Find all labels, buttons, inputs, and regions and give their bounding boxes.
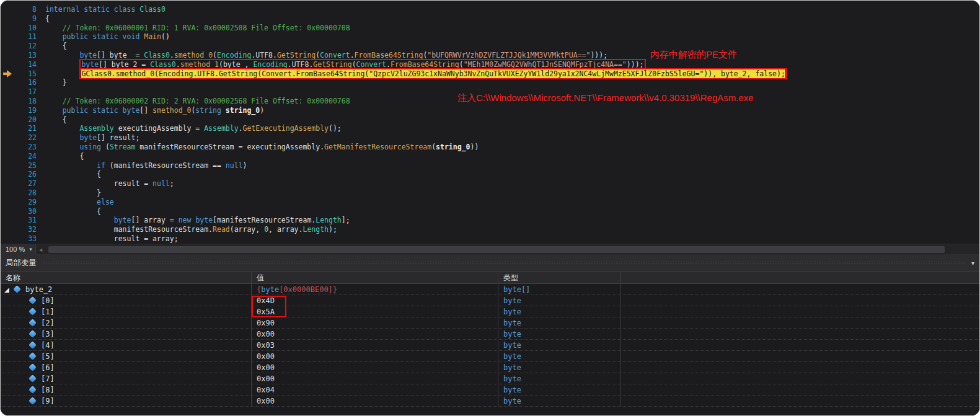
code-line[interactable]: 9{ (1, 14, 979, 24)
code-line[interactable]: 19 public static byte[] smethod_0(string… (1, 106, 979, 115)
locals-row[interactable]: byte_2{byte[0x0000BE00]}byte[] (1, 284, 979, 295)
locals-value-cell[interactable]: 0x00 (252, 329, 498, 339)
line-number[interactable]: 14 (1, 60, 40, 69)
column-header-type[interactable]: 类型 (498, 272, 620, 283)
code-line[interactable]: 26 { (1, 170, 979, 179)
code-line[interactable]: 33 result = array; (1, 234, 979, 244)
line-number[interactable]: 23 (1, 143, 40, 152)
locals-type-cell[interactable]: byte (498, 317, 620, 328)
line-number[interactable]: 32 (1, 225, 40, 234)
scroll-left-icon[interactable]: ◂ (36, 246, 46, 253)
line-number[interactable]: 20 (1, 115, 40, 125)
locals-value-cell[interactable]: 0x4D (252, 295, 498, 306)
code-line[interactable]: 28 } (1, 188, 979, 198)
line-number[interactable]: 18 (1, 97, 40, 106)
locals-value-cell[interactable]: 0x04 (252, 384, 498, 395)
line-number[interactable]: 16 (1, 78, 40, 87)
line-number[interactable]: 22 (1, 133, 40, 143)
code-line[interactable]: 21 Assembly executingAssembly = Assembly… (1, 124, 979, 133)
code-line[interactable]: 32 manifestResourceStream.Read(array, 0,… (1, 225, 979, 234)
chevron-down-icon[interactable]: ▾ (971, 260, 974, 267)
line-number[interactable]: 10 (1, 24, 40, 33)
code-line[interactable]: 25 if (manifestResourceStream == null) (1, 161, 979, 170)
code-line[interactable]: 22 byte[] result; (1, 133, 979, 143)
locals-row[interactable]: [3]0x00byte (1, 329, 979, 340)
line-number[interactable]: 21 (1, 124, 40, 133)
code-line[interactable]: 30 { (1, 207, 979, 216)
locals-row[interactable]: [4]0x03byte (1, 340, 979, 351)
locals-name-cell[interactable]: [6] (1, 362, 252, 373)
code-editor[interactable]: 8internal static class Class09{10 // Tok… (1, 1, 979, 244)
locals-value-cell[interactable]: {byte[0x0000BE00]} (252, 284, 498, 294)
locals-name-cell[interactable]: [8] (1, 384, 252, 395)
code-line[interactable]: 10 // Token: 0x06000001 RID: 1 RVA: 0x00… (1, 24, 979, 33)
line-number[interactable]: 31 (1, 216, 40, 225)
locals-row[interactable]: [7]0x00byte (1, 373, 979, 384)
locals-name-cell[interactable]: byte_2 (1, 284, 252, 294)
line-number[interactable]: 33 (1, 234, 40, 244)
line-number[interactable]: 25 (1, 161, 40, 170)
line-number[interactable]: 12 (1, 42, 40, 51)
line-number[interactable]: 9 (1, 14, 40, 24)
locals-row[interactable]: [2]0x90byte (1, 317, 979, 329)
locals-name-cell[interactable]: [3] (1, 329, 252, 339)
locals-type-cell[interactable]: byte (498, 373, 620, 384)
code-line[interactable]: 8internal static class Class0 (1, 5, 979, 14)
locals-value-cell[interactable]: 0x00 (252, 351, 498, 361)
code-line[interactable]: 12 { (1, 42, 979, 51)
code-line[interactable]: 20 { (1, 115, 979, 125)
locals-value-cell[interactable]: 0x90 (252, 317, 498, 328)
panel-grip[interactable] (43, 261, 965, 265)
locals-row[interactable]: [8]0x04byte (1, 384, 979, 396)
locals-name-cell[interactable]: [9] (1, 396, 252, 406)
locals-value-cell[interactable]: 0x03 (252, 340, 498, 350)
locals-type-cell[interactable]: byte (498, 351, 620, 361)
code-line[interactable]: 29 else (1, 198, 979, 207)
locals-row[interactable]: [5]0x00byte (1, 351, 979, 362)
locals-type-cell[interactable]: byte (498, 329, 620, 339)
line-number[interactable]: 13 (1, 51, 40, 60)
locals-type-cell[interactable]: byte (498, 362, 620, 373)
code-line[interactable]: 15 GClass0.smethod_0(Encoding.UTF8.GetSt… (1, 69, 979, 79)
line-number[interactable]: 17 (1, 87, 40, 97)
column-header-name[interactable]: 名称 (1, 272, 252, 283)
code-line[interactable]: 11 public static void Main() (1, 32, 979, 42)
code-line[interactable]: 27 result = null; (1, 179, 979, 188)
locals-name-cell[interactable]: [0] (1, 295, 252, 306)
line-number[interactable]: 30 (1, 207, 40, 216)
locals-type-cell[interactable]: byte (498, 306, 620, 317)
line-number[interactable]: 11 (1, 32, 40, 42)
chevron-down-icon[interactable]: ▾ (29, 246, 32, 252)
zoom-control[interactable]: 100 % ▾ (1, 244, 36, 254)
locals-value-cell[interactable]: 0x00 (252, 373, 498, 384)
column-header-value[interactable]: 值 (252, 272, 498, 283)
line-number[interactable]: 26 (1, 170, 40, 179)
locals-type-cell[interactable]: byte (498, 340, 620, 350)
horizontal-scrollbar[interactable] (46, 244, 979, 254)
locals-value-cell[interactable]: 0x5A (252, 306, 498, 317)
line-number[interactable]: 8 (1, 5, 40, 14)
locals-value-cell[interactable]: 0x00 (252, 362, 498, 373)
locals-name-cell[interactable]: [5] (1, 351, 252, 361)
locals-row[interactable]: [0]0x4Dbyte (1, 295, 979, 306)
line-number[interactable]: 27 (1, 179, 40, 188)
line-number[interactable]: 28 (1, 188, 40, 198)
locals-row[interactable]: [6]0x00byte (1, 362, 979, 373)
line-number[interactable]: 24 (1, 152, 40, 161)
code-line[interactable]: 24 { (1, 152, 979, 161)
locals-type-cell[interactable]: byte (498, 384, 620, 395)
expand-triangle-icon[interactable] (4, 288, 9, 293)
code-line[interactable]: 23 using (Stream manifestResourceStream … (1, 143, 979, 152)
locals-name-cell[interactable]: [2] (1, 317, 252, 328)
locals-type-cell[interactable]: byte[] (498, 284, 620, 294)
code-line[interactable]: 31 byte[] array = new byte[manifestResou… (1, 216, 979, 225)
locals-type-cell[interactable]: byte (498, 396, 620, 406)
locals-name-cell[interactable]: [4] (1, 340, 252, 350)
code-line[interactable]: 16 } (1, 78, 979, 87)
locals-value-cell[interactable]: 0x00 (252, 396, 498, 406)
locals-row[interactable]: [1]0x5Abyte (1, 306, 979, 317)
locals-name-cell[interactable]: [1] (1, 306, 252, 317)
horizontal-scrollbar-thumb[interactable] (48, 246, 945, 253)
locals-name-cell[interactable]: [7] (1, 373, 252, 384)
locals-type-cell[interactable]: byte (498, 295, 620, 306)
